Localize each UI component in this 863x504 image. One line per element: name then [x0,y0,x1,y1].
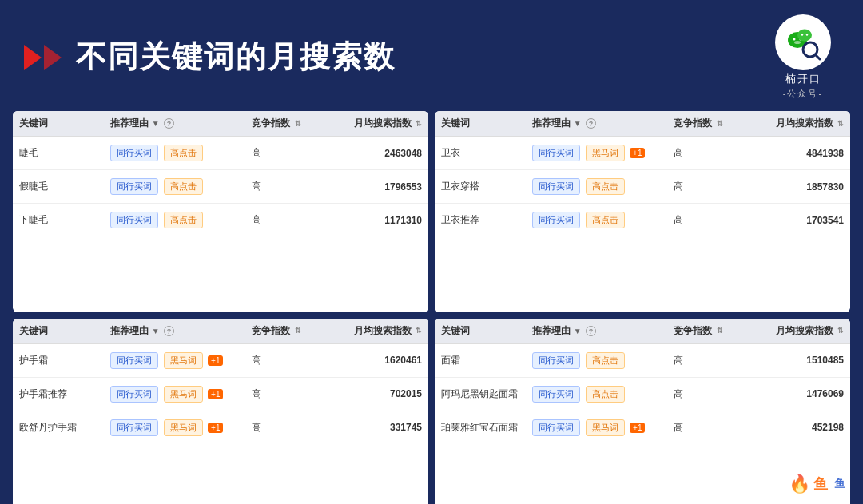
sort-icon-2a[interactable]: ⇅ [717,120,723,128]
sort-icon-2b[interactable]: ⇅ [837,120,844,128]
col-compete-2: 竞争指数 ⇅ [667,111,742,137]
table-row: 面霜 同行买词 高点击 高 1510485 [435,343,850,377]
reason-cell: 同行买词 高点击 [526,343,667,377]
search-cell: 1476069 [742,377,850,411]
tag-orange: 高点击 [164,178,203,195]
search-cell: 331745 [320,411,428,444]
table-row: 卫衣推荐 同行买词 高点击 高 1703541 [435,204,850,237]
question-icon-1: ? [164,118,174,129]
compete-cell: 高 [245,137,320,170]
table-row: 护手霜推荐 同行买词 黑马词 +1 高 702015 [13,377,428,411]
search-cell: 702015 [320,377,428,411]
main-title: 不同关键词的月搜索数 [76,37,396,77]
sort-icon-1b[interactable]: ⇅ [416,120,422,128]
reason-cell: 同行买词 黑马词 +1 [526,137,667,170]
col-keyword-4: 关键词 [435,319,526,344]
col-reason-2: 推荐理由 ▼ ? [526,111,667,137]
search-cell: 1857830 [742,170,850,204]
reason-cell: 同行买词 高点击 [526,204,667,237]
watermark: 🔥 鱼 鱼 [789,474,849,494]
table-row: 下睫毛 同行买词 高点击 高 1171310 [13,204,428,237]
tag-orange: 高点击 [164,212,203,228]
reason-cell: 同行买词 黑马词 +1 [526,411,667,444]
svg-point-1 [793,38,796,41]
tag-blue: 同行买词 [532,145,580,161]
svg-line-8 [815,54,820,59]
col-reason-3: 推荐理由 ▼ ? [104,319,245,344]
col-reason-1: 推荐理由 ▼ ? [104,111,245,137]
tag-blue: 同行买词 [532,352,580,369]
table-3: 关键词 推荐理由 ▼ ? 竞争指数 ⇅ 月均搜索指数 ⇅ 护手霜 [13,319,428,444]
sort-icon-1a[interactable]: ⇅ [295,120,301,128]
table-row: 卫衣 同行买词 黑马词 +1 高 4841938 [435,137,850,170]
watermark-fish: 鱼 [813,474,828,494]
table-card-1: 关键词 推荐理由 ▼ ? 竞争指数 ⇅ 月均搜索指数 ⇅ 睫毛 [13,111,428,312]
keyword-cell: 面霜 [435,343,526,377]
logo-svg [783,22,823,62]
question-icon-3: ? [164,326,174,336]
search-cell: 1171310 [320,204,428,237]
col-search-3: 月均搜索指数 ⇅ [320,319,428,344]
tag-blue: 同行买词 [110,178,158,195]
logo-circle [775,14,831,70]
filter-icon-1[interactable]: ▼ [152,119,160,128]
tag-plus: +1 [208,423,223,433]
tag-orange: 高点击 [586,178,625,195]
svg-point-5 [801,34,803,35]
table-row: 护手霜 同行买词 黑马词 +1 高 1620461 [13,343,428,377]
sort-icon-3a[interactable]: ⇅ [295,327,301,335]
sort-icon-4a[interactable]: ⇅ [717,327,723,335]
keyword-cell: 护手霜推荐 [13,377,104,411]
table-card-3: 关键词 推荐理由 ▼ ? 竞争指数 ⇅ 月均搜索指数 ⇅ 护手霜 [13,319,428,505]
table-2-header: 关键词 推荐理由 ▼ ? 竞争指数 ⇅ 月均搜索指数 ⇅ [435,111,850,137]
question-icon-2: ? [586,118,596,129]
tables-grid: 关键词 推荐理由 ▼ ? 竞争指数 ⇅ 月均搜索指数 ⇅ 睫毛 [0,111,863,504]
reason-cell: 同行买词 高点击 [104,170,245,204]
tag-blue: 同行买词 [532,212,580,228]
filter-icon-4[interactable]: ▼ [574,327,582,335]
col-reason-4: 推荐理由 ▼ ? [526,319,667,344]
logo-sub: -公众号- [783,88,823,100]
tag-orange: 高点击 [164,145,203,161]
filter-icon-3[interactable]: ▼ [152,327,160,335]
svg-point-6 [806,34,808,35]
col-search-4: 月均搜索指数 ⇅ [742,319,850,344]
keyword-cell: 阿玛尼黑钥匙面霜 [435,377,526,411]
table-1-header: 关键词 推荐理由 ▼ ? 竞争指数 ⇅ 月均搜索指数 ⇅ [13,111,428,137]
table-row: 阿玛尼黑钥匙面霜 同行买词 高点击 高 1476069 [435,377,850,411]
keyword-cell: 卫衣推荐 [435,204,526,237]
search-cell: 1703541 [742,204,850,237]
table-row: 珀莱雅红宝石面霜 同行买词 黑马词 +1 高 452198 [435,411,850,444]
fire-icon: 🔥 [789,474,810,494]
reason-cell: 同行买词 黑马词 +1 [104,343,245,377]
table-card-2: 关键词 推荐理由 ▼ ? 竞争指数 ⇅ 月均搜索指数 ⇅ 卫衣 [435,111,850,312]
sort-icon-3b[interactable]: ⇅ [416,327,422,335]
table-row: 卫衣穿搭 同行买词 高点击 高 1857830 [435,170,850,204]
table-card-4: 关键词 推荐理由 ▼ ? 竞争指数 ⇅ 月均搜索指数 ⇅ 面霜 [435,319,850,505]
tag-orange: 黑马词 [164,419,203,436]
filter-icon-2[interactable]: ▼ [574,119,582,128]
svg-point-4 [797,30,812,42]
table-row: 睫毛 同行买词 高点击 高 2463048 [13,137,428,170]
reason-cell: 同行买词 高点击 [104,137,245,170]
reason-cell: 同行买词 黑马词 +1 [104,377,245,411]
tag-blue: 同行买词 [110,352,158,369]
logo-area: 楠开口 -公众号- [775,14,831,100]
tag-blue: 同行买词 [110,145,158,161]
tag-plus: +1 [630,148,645,158]
search-cell: 4841938 [742,137,850,170]
table-4: 关键词 推荐理由 ▼ ? 竞争指数 ⇅ 月均搜索指数 ⇅ 面霜 [435,319,850,444]
col-compete-3: 竞争指数 ⇅ [245,319,320,344]
reason-cell: 同行买词 黑马词 +1 [104,411,245,444]
compete-cell: 高 [667,411,742,444]
tag-plus: +1 [208,389,223,399]
compete-cell: 高 [245,204,320,237]
col-keyword-1: 关键词 [13,111,104,137]
header: 不同关键词的月搜索数 楠开口 -公众号- [0,0,863,111]
compete-cell: 高 [245,411,320,444]
header-left: 不同关键词的月搜索数 [24,37,396,77]
compete-cell: 高 [667,377,742,411]
tag-blue: 同行买词 [532,386,580,403]
question-icon-4: ? [586,326,596,336]
sort-icon-4b[interactable]: ⇅ [837,327,844,335]
